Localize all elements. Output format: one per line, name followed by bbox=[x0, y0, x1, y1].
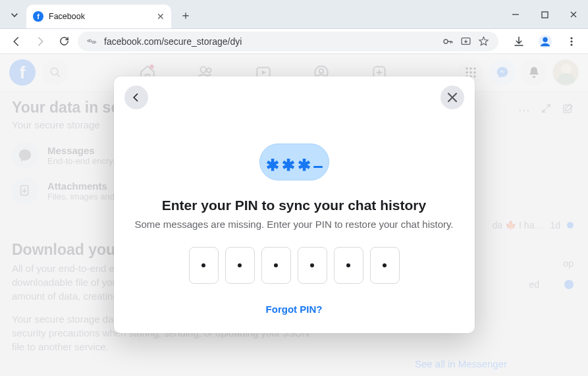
svg-point-9 bbox=[543, 37, 547, 41]
browser-tab[interactable]: f Facebook ✕ bbox=[26, 5, 171, 28]
pin-digit-input[interactable] bbox=[261, 247, 291, 284]
password-key-icon[interactable] bbox=[442, 36, 454, 47]
window-close-button[interactable] bbox=[559, 2, 588, 27]
pin-digit-input[interactable] bbox=[334, 247, 363, 284]
profile-icon[interactable] bbox=[535, 32, 555, 51]
svg-point-5 bbox=[92, 41, 94, 43]
back-button[interactable] bbox=[7, 32, 26, 51]
svg-point-10 bbox=[570, 37, 572, 39]
window-maximize-button[interactable] bbox=[530, 2, 559, 27]
close-tab-icon[interactable]: ✕ bbox=[157, 11, 165, 22]
svg-point-11 bbox=[570, 40, 572, 42]
modal-description: Some messages are missing. Enter your PI… bbox=[114, 219, 475, 230]
install-app-icon[interactable] bbox=[460, 36, 471, 47]
tab-dropdown[interactable] bbox=[5, 6, 24, 24]
forward-button bbox=[30, 32, 50, 51]
tab-title: Facebook bbox=[49, 12, 151, 21]
address-bar[interactable]: facebook.com/secure_storage/dyi bbox=[78, 32, 498, 51]
pin-input-row bbox=[114, 247, 475, 284]
svg-point-6 bbox=[444, 40, 448, 43]
site-settings-icon[interactable] bbox=[87, 37, 97, 46]
pin-digit-input[interactable] bbox=[225, 247, 255, 284]
reload-button[interactable] bbox=[54, 32, 74, 51]
facebook-favicon-icon: f bbox=[33, 11, 43, 22]
pin-digit-input[interactable] bbox=[298, 247, 327, 284]
bookmark-icon[interactable] bbox=[478, 36, 489, 47]
modal-close-button[interactable] bbox=[441, 86, 464, 109]
pin-illustration-icon: ✱✱✱ bbox=[259, 144, 329, 180]
url-text: facebook.com/secure_storage/dyi bbox=[104, 36, 242, 47]
pin-modal: ✱✱✱ Enter your PIN to sync your chat his… bbox=[114, 76, 475, 333]
svg-point-3 bbox=[89, 40, 91, 41]
browser-menu-icon[interactable] bbox=[562, 32, 581, 51]
modal-title: Enter your PIN to sync your chat history bbox=[114, 198, 475, 213]
new-tab-button[interactable]: ＋ bbox=[176, 6, 195, 24]
window-minimize-button[interactable] bbox=[501, 2, 530, 27]
pin-digit-input[interactable] bbox=[370, 247, 400, 284]
pin-digit-input[interactable] bbox=[189, 247, 219, 284]
modal-back-button[interactable] bbox=[124, 86, 148, 109]
svg-rect-1 bbox=[542, 12, 548, 18]
forgot-pin-link[interactable]: Forgot PIN? bbox=[114, 304, 475, 315]
downloads-icon[interactable] bbox=[509, 32, 529, 51]
svg-point-12 bbox=[570, 43, 572, 45]
